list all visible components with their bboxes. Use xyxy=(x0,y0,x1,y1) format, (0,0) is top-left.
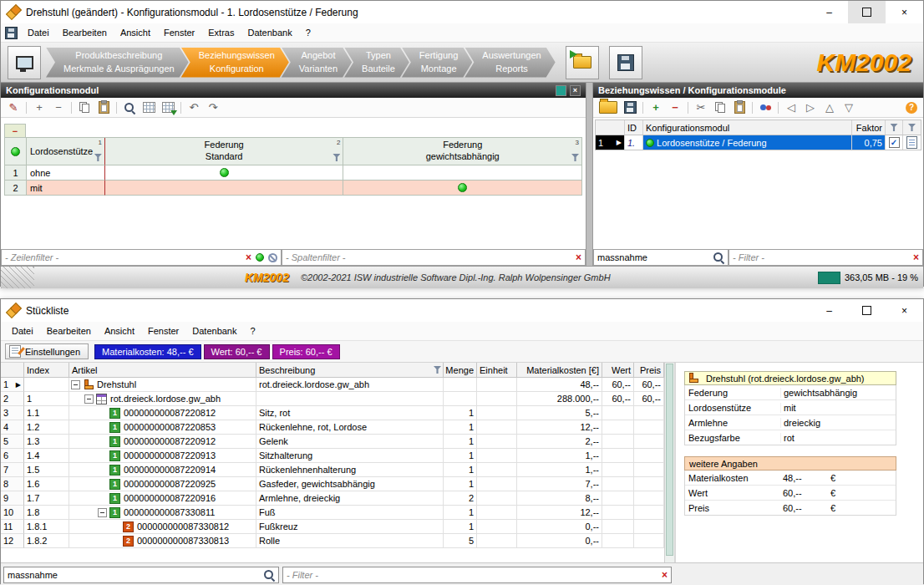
assignment-dot[interactable] xyxy=(458,183,467,192)
artikel-cell[interactable]: 2000000000087330813 xyxy=(69,534,256,548)
faktor-cell[interactable]: 0,75 xyxy=(852,135,886,150)
open-folder-icon[interactable] xyxy=(599,101,617,114)
module-search-box[interactable] xyxy=(593,249,729,266)
menu-item[interactable]: Datei xyxy=(21,25,56,40)
preis-cell[interactable] xyxy=(634,491,664,506)
preis-cell[interactable]: 60,-- xyxy=(634,378,664,392)
artikel-cell[interactable]: Drehstuhl xyxy=(69,378,256,392)
menu-item[interactable]: Fenster xyxy=(157,25,201,40)
index-cell[interactable]: 1.7 xyxy=(24,491,69,506)
beschreibung-cell[interactable]: Sitzhalterung xyxy=(256,449,444,463)
users-icon[interactable] xyxy=(759,101,772,114)
bom-filter-box[interactable]: × xyxy=(282,567,672,583)
matrix-cell[interactable] xyxy=(343,165,582,181)
bom-row[interactable]: 81.61000000000087220925Gasfeder, gewicht… xyxy=(1,477,664,491)
artikel-cell[interactable]: 1000000000087220812 xyxy=(69,406,256,420)
active-checkbox[interactable]: ✓ xyxy=(889,137,900,148)
preis-cell[interactable] xyxy=(634,449,664,463)
filter-funnel-icon[interactable] xyxy=(333,154,340,161)
nav-up-icon[interactable]: △ xyxy=(823,101,836,114)
artikel-cell[interactable]: 1000000000087220925 xyxy=(69,477,256,491)
index-cell[interactable]: 1.2 xyxy=(24,420,69,435)
tab-typen[interactable]: TypenBauteile xyxy=(344,48,409,78)
save-icon[interactable] xyxy=(623,101,637,114)
header-faktor[interactable]: Faktor xyxy=(852,120,886,135)
tab-fertigung[interactable]: FertigungMontage xyxy=(402,48,472,78)
wert-cell[interactable]: 60,-- xyxy=(602,378,634,392)
search-table-icon[interactable] xyxy=(123,101,136,114)
index-cell[interactable]: 1 xyxy=(24,392,69,406)
menge-cell[interactable]: 1 xyxy=(444,520,477,534)
beschreibung-cell[interactable]: Sitz, rot xyxy=(256,406,444,420)
materialkosten-cell[interactable]: 5,-- xyxy=(517,406,602,420)
clear-filter-icon[interactable]: × xyxy=(913,252,919,263)
matrix-cell[interactable] xyxy=(105,165,344,181)
nav-down-icon[interactable]: ▽ xyxy=(842,101,855,114)
materialkosten-cell[interactable]: 0,-- xyxy=(517,520,602,534)
materialkosten-cell[interactable]: 2,-- xyxy=(517,435,602,449)
undo-icon[interactable]: ↶ xyxy=(187,101,201,114)
bom-row[interactable]: 31.11000000000087220812Sitz, rot15,-- xyxy=(1,406,664,420)
wert-cell[interactable] xyxy=(602,449,634,463)
materialkosten-cell[interactable]: 0,-- xyxy=(517,534,602,548)
open-button[interactable] xyxy=(566,46,599,79)
preis-cell[interactable] xyxy=(634,534,664,548)
preis-cell[interactable] xyxy=(634,477,664,491)
redo-icon[interactable]: ↷ xyxy=(206,101,220,114)
row-number[interactable]: 12 xyxy=(1,534,24,548)
materialkosten-cell[interactable]: 288.000,-- xyxy=(517,392,602,406)
header-artikel[interactable]: Artikel xyxy=(69,363,256,378)
menge-cell[interactable] xyxy=(444,378,477,392)
titlebar[interactable]: Drehstuhl (geändert) - Konfigurationsmod… xyxy=(1,1,923,23)
clear-spaltenfilter-icon[interactable]: × xyxy=(576,252,581,263)
index-cell[interactable] xyxy=(24,378,69,392)
preis-cell[interactable] xyxy=(634,463,664,477)
row-label[interactable]: mit xyxy=(27,181,105,196)
workstation-button[interactable] xyxy=(8,46,41,79)
menge-cell[interactable]: 1 xyxy=(444,506,477,520)
matrix-cell[interactable] xyxy=(105,181,344,196)
close-button[interactable]: × xyxy=(886,1,923,23)
help-icon[interactable]: ? xyxy=(906,102,917,114)
header-konfigurationsmodul[interactable]: Konfigurationsmodul xyxy=(643,120,852,135)
cut-icon[interactable]: ✂ xyxy=(694,101,708,114)
menu-item[interactable]: Ansicht xyxy=(114,25,157,40)
filter-funnel-icon[interactable] xyxy=(434,366,441,374)
materialkosten-cell[interactable]: 8,-- xyxy=(517,491,602,506)
bom-row[interactable]: 21rot.dreieck.lordose.gw_abh288.000,--60… xyxy=(1,392,664,406)
filter-funnel-icon[interactable] xyxy=(94,154,102,161)
titlebar[interactable]: Stückliste – × xyxy=(1,299,923,322)
materialkosten-cell[interactable]: 12,-- xyxy=(517,506,602,520)
panel-close-button[interactable]: × xyxy=(570,85,581,96)
header-einheit[interactable]: Einheit xyxy=(477,363,517,378)
menu-item[interactable]: Ansicht xyxy=(98,323,141,338)
header-document-column[interactable] xyxy=(903,120,921,135)
preis-cell[interactable] xyxy=(634,435,664,449)
show-assigned-icon[interactable] xyxy=(256,253,264,262)
row-number[interactable]: 5 xyxy=(1,435,24,449)
row-label[interactable]: ohne xyxy=(27,165,105,181)
add-icon[interactable]: + xyxy=(33,101,46,114)
menu-item[interactable]: Bearbeiten xyxy=(56,25,114,40)
wert-cell[interactable] xyxy=(602,520,634,534)
row-number[interactable]: 9 xyxy=(1,491,24,506)
einheit-cell[interactable] xyxy=(477,420,517,435)
tab-angebot[interactable]: AngebotVarianten xyxy=(282,48,352,78)
row-number[interactable]: 4 xyxy=(1,420,24,435)
beschreibung-cell[interactable]: Armlehne, dreieckig xyxy=(256,491,444,506)
menu-item[interactable]: Datenbank xyxy=(241,25,298,40)
row-number[interactable]: 2 xyxy=(1,392,24,406)
menu-item[interactable]: ? xyxy=(244,323,262,338)
row-axis-dot-cell[interactable] xyxy=(5,138,27,165)
vertical-scrollbar[interactable] xyxy=(664,363,674,562)
bom-row[interactable]: 71.51000000000087220914Rückenlehnenhalte… xyxy=(1,463,664,477)
artikel-cell[interactable]: 1000000000087220913 xyxy=(69,449,256,463)
einheit-cell[interactable] xyxy=(477,534,517,548)
spaltenfilter-box[interactable]: × xyxy=(282,249,586,266)
matrix-row-axis-header[interactable]: Lordosenstütze 1 xyxy=(27,138,105,165)
matrix-column-header[interactable]: Federung Standard 2 xyxy=(105,138,344,165)
menu-item[interactable]: Datei xyxy=(5,323,40,338)
resize-grip[interactable] xyxy=(1,267,34,288)
maximize-button[interactable] xyxy=(848,1,886,23)
collapse-toggle[interactable] xyxy=(84,394,94,404)
